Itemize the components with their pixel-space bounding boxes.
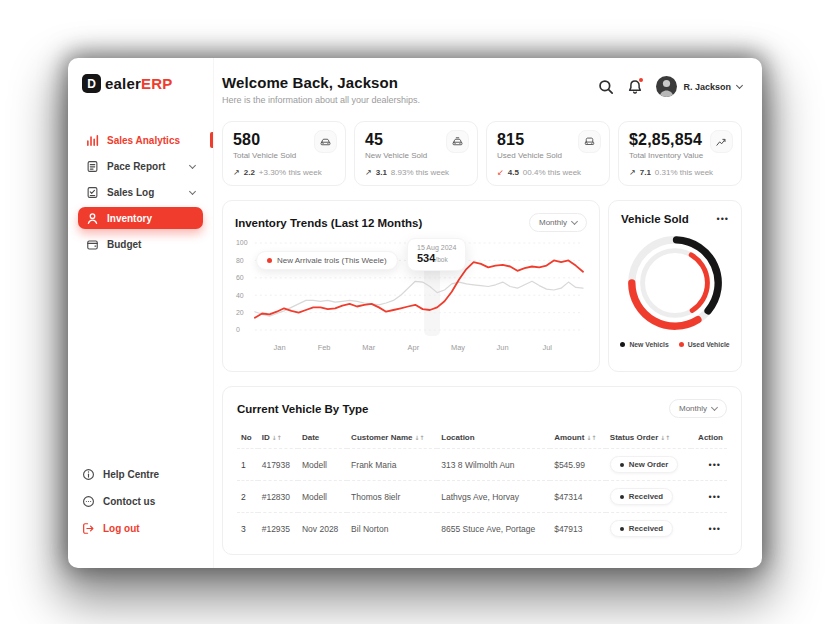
- charts-row: Inventory Trends (Last 12 Months) Monthl…: [222, 200, 742, 372]
- status-badge: Received: [610, 520, 673, 537]
- column-header-customer-name[interactable]: Customer Name↓↑: [347, 427, 437, 449]
- main-content: Welcome Back, Jackson Here is the inform…: [214, 58, 762, 568]
- svg-text:Feb: Feb: [318, 343, 331, 352]
- trend-chart-icon: [710, 130, 733, 153]
- user-menu[interactable]: R. Jackson: [656, 76, 742, 97]
- vehicle-table: NoID↓↑DateCustomer Name↓↑LocationAmount↓…: [237, 427, 727, 544]
- notifications-bell-icon[interactable]: [627, 79, 643, 95]
- legend-dot: [620, 342, 625, 347]
- sort-icon: ↓↑: [660, 434, 670, 441]
- sort-icon: ↓↑: [272, 434, 282, 441]
- legend-dot: [267, 258, 272, 263]
- sidebar-footer: Help Centre Contoct us Log out: [68, 464, 213, 538]
- column-header-date: Date: [298, 427, 347, 449]
- sidebar-footer-item-log-out[interactable]: Log out: [82, 518, 199, 538]
- stat-trend: ↗ 7.1 0.31% this week: [629, 168, 731, 177]
- table-period-select[interactable]: Monthly: [669, 399, 727, 418]
- stat-trend: ↗ 3.1 8.93% this week: [365, 168, 467, 177]
- column-header-id[interactable]: ID↓↑: [258, 427, 298, 449]
- more-options-icon[interactable]: •••: [717, 216, 729, 222]
- trend-arrow-icon: ↗: [629, 168, 636, 177]
- page-subtitle: Here is the information about all your d…: [222, 95, 420, 105]
- svg-text:May: May: [451, 343, 465, 352]
- vehicle-sold-card: Vehicle Sold ••• New Vehicls Used Vehicl…: [608, 200, 742, 372]
- chevron-down-icon: [190, 191, 195, 194]
- vehicle-sold-donut-chart: [621, 229, 729, 337]
- sidebar-item-sales-analytics[interactable]: Sales Analytics: [78, 129, 203, 151]
- sidebar-item-sales-log[interactable]: Sales Log: [78, 181, 203, 203]
- table-row-2: 2 #12830 Modell Thomos 8ielr Lathvgs Ave…: [237, 481, 727, 513]
- sort-icon: ↓↑: [586, 434, 596, 441]
- search-icon[interactable]: [598, 79, 614, 95]
- sidebar-nav: Sales Analytics Pace Report Sales Log In…: [68, 129, 213, 255]
- chevron-down-icon: [711, 404, 718, 411]
- table-header-row: NoID↓↑DateCustomer Name↓↑LocationAmount↓…: [237, 427, 727, 449]
- donut-legend: New Vehicls Used Vehicle: [619, 341, 731, 348]
- sidebar: D ealerERP Sales Analytics Pace Report: [68, 58, 214, 568]
- stat-trend: ↙ 4.5 00.4% this week: [497, 168, 599, 177]
- chat-icon: [82, 495, 95, 508]
- trends-legend: New Arrivale trols (This Weele): [256, 251, 398, 270]
- app-logo: D ealerERP: [68, 74, 213, 93]
- stat-card-total-inventory-value: $2,85,854 Total Inventory Value ↗ 7.1 0.…: [618, 121, 742, 186]
- sidebar-item-budget[interactable]: Budget: [78, 233, 203, 255]
- trend-arrow-icon: ↗: [365, 168, 372, 177]
- help-icon: [82, 468, 95, 481]
- table-row-1: 1 417938 Modell Frank Maria 313 8 Wilmol…: [237, 449, 727, 481]
- trends-title: Inventory Trends (Last 12 Months): [235, 217, 422, 229]
- user-name: R. Jackson: [683, 82, 731, 92]
- topbar-actions: R. Jackson: [598, 76, 742, 97]
- app-name: ealerERP: [105, 75, 173, 92]
- chevron-down-icon: [736, 82, 743, 89]
- chevron-down-icon: [190, 165, 195, 168]
- svg-text:40: 40: [236, 292, 244, 299]
- table-title: Current Vehicle By Type: [237, 403, 368, 415]
- log-icon: [86, 186, 99, 199]
- avatar: [656, 76, 677, 97]
- svg-text:Jun: Jun: [497, 343, 509, 352]
- trends-period-select[interactable]: Monthly: [529, 213, 587, 232]
- car-used-icon: [578, 130, 601, 153]
- svg-text:20: 20: [236, 309, 244, 316]
- logout-icon: [82, 522, 95, 535]
- logo-icon: D: [82, 74, 101, 93]
- row-actions-icon[interactable]: •••: [707, 524, 723, 534]
- stat-card-total-vehicle-sold: 580 Total Vehicle Sold ↗ 2.2 +3.30% this…: [222, 121, 346, 186]
- column-header-action: Action: [691, 427, 728, 449]
- trend-arrow-icon: ↙: [497, 168, 504, 177]
- stat-trend: ↗ 2.2 +3.30% this week: [233, 168, 335, 177]
- status-badge: New Order: [610, 456, 678, 473]
- svg-text:Apr: Apr: [408, 343, 420, 352]
- person-icon: [86, 212, 99, 225]
- stat-cards: 580 Total Vehicle Sold ↗ 2.2 +3.30% this…: [222, 121, 742, 186]
- vehicle-table-card: Current Vehicle By Type Monthly NoID↓↑Da…: [222, 386, 742, 555]
- legend-dot: [679, 342, 684, 347]
- chart-tooltip: 15 Aug 2024 534/bok: [407, 238, 466, 271]
- page-title: Welcome Back, Jackson: [222, 74, 420, 91]
- sidebar-footer-item-contoct-us[interactable]: Contoct us: [82, 491, 199, 511]
- column-header-no: No: [237, 427, 258, 449]
- row-actions-icon[interactable]: •••: [707, 492, 723, 502]
- column-header-location: Location: [437, 427, 550, 449]
- status-badge: Received: [610, 488, 673, 505]
- svg-text:Jul: Jul: [542, 343, 552, 352]
- car-icon: [314, 130, 337, 153]
- row-actions-icon[interactable]: •••: [707, 460, 723, 470]
- column-header-status-order[interactable]: Status Order↓↑: [606, 427, 691, 449]
- stat-card-used-vehicle-sold: 815 Used Vehicle Sold ↙ 4.5 00.4% this w…: [486, 121, 610, 186]
- svg-text:Jan: Jan: [274, 343, 286, 352]
- sidebar-item-inventory[interactable]: Inventory: [78, 207, 203, 229]
- analytics-icon: [86, 134, 99, 147]
- desktop-background: D ealerERP Sales Analytics Pace Report: [0, 0, 830, 624]
- svg-text:Mar: Mar: [362, 343, 375, 352]
- sidebar-footer-item-help-centre[interactable]: Help Centre: [82, 464, 199, 484]
- vehicle-sold-title: Vehicle Sold: [621, 213, 689, 225]
- inventory-trends-card: Inventory Trends (Last 12 Months) Monthl…: [222, 200, 600, 372]
- svg-text:60: 60: [236, 274, 244, 281]
- app-window: D ealerERP Sales Analytics Pace Report: [68, 58, 762, 568]
- legend-item: Used Vehicle: [679, 341, 730, 348]
- column-header-amount[interactable]: Amount↓↑: [550, 427, 606, 449]
- budget-icon: [86, 238, 99, 251]
- sidebar-item-pace-report[interactable]: Pace Report: [78, 155, 203, 177]
- report-icon: [86, 160, 99, 173]
